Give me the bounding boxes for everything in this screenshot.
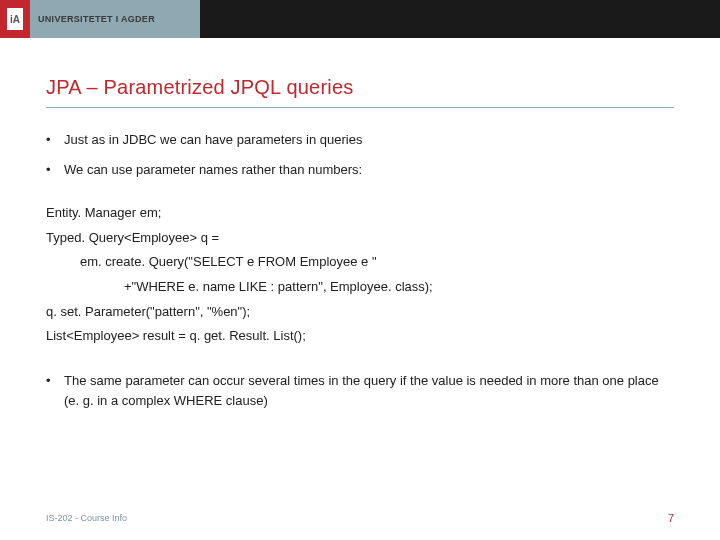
brand-name: UNIVERSITETET I AGDER xyxy=(38,14,155,24)
slide-footer: IS-202 - Course Info 7 xyxy=(46,512,674,524)
bullet-item: The same parameter can occur several tim… xyxy=(46,371,674,410)
slide-body: JPA – Parametrized JPQL queries Just as … xyxy=(0,38,720,410)
bullet-item: We can use parameter names rather than n… xyxy=(46,160,674,180)
slide-title: JPA – Parametrized JPQL queries xyxy=(46,76,674,108)
brand-logo: iA xyxy=(0,0,30,38)
code-line: Entity. Manager em; xyxy=(46,201,674,226)
code-line: Typed. Query<Employee> q = xyxy=(46,226,674,251)
code-line: em. create. Query("SELECT e FROM Employe… xyxy=(46,250,674,275)
brand-monogram: iA xyxy=(7,8,23,30)
footer-left: IS-202 - Course Info xyxy=(46,513,127,523)
code-line: List<Employee> result = q. get. Result. … xyxy=(46,324,674,349)
page-number: 7 xyxy=(668,512,674,524)
bullet-list-top: Just as in JDBC we can have parameters i… xyxy=(46,130,674,179)
brand-chip: iA UNIVERSITETET I AGDER xyxy=(0,0,200,38)
code-block: Entity. Manager em; Typed. Query<Employe… xyxy=(46,201,674,349)
code-line: q. set. Parameter("pattern", "%en"); xyxy=(46,300,674,325)
bullet-item: Just as in JDBC we can have parameters i… xyxy=(46,130,674,150)
title-bar: iA UNIVERSITETET I AGDER xyxy=(0,0,720,38)
code-line: +"WHERE e. name LIKE : pattern", Employe… xyxy=(46,275,674,300)
bullet-list-bottom: The same parameter can occur several tim… xyxy=(46,371,674,410)
